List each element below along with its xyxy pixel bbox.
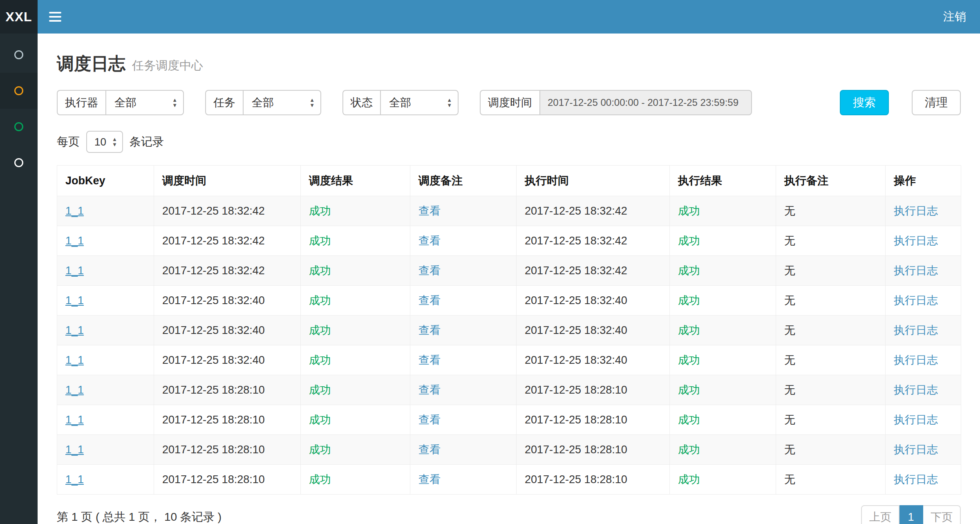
handle-result: 成功 — [678, 354, 700, 366]
exec-log-link[interactable]: 执行日志 — [894, 354, 938, 366]
job-select[interactable]: 全部 — [243, 90, 321, 115]
handle-msg: 无 — [784, 264, 795, 277]
table-row: 1_12017-12-25 18:32:40成功查看2017-12-25 18:… — [57, 345, 961, 375]
trigger-time: 2017-12-25 18:28:10 — [162, 384, 265, 396]
trigger-time: 2017-12-25 18:32:42 — [162, 205, 265, 217]
trigger-result: 成功 — [309, 354, 331, 366]
search-button[interactable]: 搜索 — [840, 90, 889, 115]
handle-msg: 无 — [784, 384, 795, 396]
handle-msg: 无 — [784, 443, 795, 456]
handle-result: 成功 — [678, 384, 700, 396]
trigger-msg-link[interactable]: 查看 — [418, 443, 441, 456]
prev-page-button[interactable]: 上页 — [861, 505, 899, 524]
trigger-time: 2017-12-25 18:28:10 — [162, 414, 265, 426]
trigger-msg-link[interactable]: 查看 — [418, 205, 441, 217]
exec-log-link[interactable]: 执行日志 — [894, 324, 938, 336]
next-page-button[interactable]: 下页 — [923, 505, 961, 524]
circle-icon — [14, 122, 23, 131]
column-header: 操作 — [886, 166, 961, 196]
handle-result: 成功 — [678, 473, 700, 486]
trigger-msg-link[interactable]: 查看 — [418, 264, 441, 277]
status-select[interactable]: 全部 — [380, 90, 459, 115]
exec-log-link[interactable]: 执行日志 — [894, 473, 938, 486]
trigger-time: 2017-12-25 18:32:40 — [162, 294, 265, 307]
trigger-time: 2017-12-25 18:28:10 — [162, 473, 265, 486]
trigger-msg-link[interactable]: 查看 — [418, 354, 441, 366]
handle-time: 2017-12-25 18:32:40 — [525, 294, 627, 307]
app-logo[interactable]: XXL — [0, 0, 38, 34]
jobkey-link[interactable]: 1_1 — [65, 235, 84, 247]
jobkey-link[interactable]: 1_1 — [65, 384, 84, 396]
filter-executor-group: 执行器 全部 — [57, 90, 184, 115]
trigger-msg-link[interactable]: 查看 — [418, 294, 441, 307]
trigger-msg-link[interactable]: 查看 — [418, 473, 441, 486]
jobkey-link[interactable]: 1_1 — [65, 473, 84, 486]
jobkey-link[interactable]: 1_1 — [65, 294, 84, 307]
exec-log-link[interactable]: 执行日志 — [894, 264, 938, 277]
column-header: 调度结果 — [301, 166, 410, 196]
table-footer: 第 1 页 ( 总共 1 页， 10 条记录 ) 上页 1 下页 — [57, 505, 961, 524]
clear-button[interactable]: 清理 — [912, 90, 961, 115]
jobkey-link[interactable]: 1_1 — [65, 354, 84, 366]
handle-msg: 无 — [784, 205, 795, 217]
circle-icon — [14, 86, 23, 95]
jobkey-link[interactable]: 1_1 — [65, 264, 84, 277]
table-row: 1_12017-12-25 18:32:40成功查看2017-12-25 18:… — [57, 316, 961, 345]
handle-result: 成功 — [678, 294, 700, 307]
trigger-result: 成功 — [309, 473, 331, 486]
trigger-msg-link[interactable]: 查看 — [418, 235, 441, 247]
hamburger-icon — [49, 12, 61, 22]
handle-result: 成功 — [678, 443, 700, 456]
pagination: 上页 1 下页 — [861, 505, 961, 524]
filter-job-label: 任务 — [205, 90, 243, 115]
exec-log-link[interactable]: 执行日志 — [894, 294, 938, 307]
sidebar-item-4[interactable] — [0, 145, 38, 181]
trigger-msg-link[interactable]: 查看 — [418, 384, 441, 396]
column-header: JobKey — [57, 166, 154, 196]
handle-msg: 无 — [784, 324, 795, 336]
logout-link[interactable]: 注销 — [929, 0, 980, 34]
trigger-msg-link[interactable]: 查看 — [418, 414, 441, 426]
trigger-time: 2017-12-25 18:32:40 — [162, 354, 265, 366]
page-size-suffix: 条记录 — [130, 134, 164, 150]
trigger-result: 成功 — [309, 294, 331, 307]
schedule-time-range-input[interactable]: 2017-12-25 00:00:00 - 2017-12-25 23:59:5… — [539, 90, 752, 115]
table-header-row: JobKey调度时间调度结果调度备注执行时间执行结果执行备注操作 — [57, 166, 961, 196]
filter-status-label: 状态 — [342, 90, 380, 115]
exec-log-link[interactable]: 执行日志 — [894, 414, 938, 426]
page-header: 调度日志任务调度中心 — [57, 52, 961, 75]
current-page-button[interactable]: 1 — [899, 505, 923, 524]
exec-log-link[interactable]: 执行日志 — [894, 235, 938, 247]
executor-select[interactable]: 全部 — [105, 90, 184, 115]
jobkey-link[interactable]: 1_1 — [65, 324, 84, 336]
page-size-select[interactable]: 10 — [86, 131, 123, 153]
trigger-result: 成功 — [309, 235, 331, 247]
table-row: 1_12017-12-25 18:28:10成功查看2017-12-25 18:… — [57, 465, 961, 495]
trigger-msg-link[interactable]: 查看 — [418, 324, 441, 336]
circle-icon — [14, 158, 23, 167]
table-row: 1_12017-12-25 18:32:42成功查看2017-12-25 18:… — [57, 226, 961, 256]
page-title: 调度日志 — [57, 54, 125, 73]
exec-log-link[interactable]: 执行日志 — [894, 443, 938, 456]
handle-result: 成功 — [678, 235, 700, 247]
job-select-value: 全部 — [252, 95, 274, 110]
trigger-time: 2017-12-25 18:32:42 — [162, 264, 265, 277]
circle-icon — [14, 50, 23, 59]
trigger-result: 成功 — [309, 384, 331, 396]
jobkey-link[interactable]: 1_1 — [65, 205, 84, 217]
log-table-body: 1_12017-12-25 18:32:42成功查看2017-12-25 18:… — [57, 196, 961, 495]
handle-time: 2017-12-25 18:28:10 — [525, 473, 627, 486]
table-row: 1_12017-12-25 18:28:10成功查看2017-12-25 18:… — [57, 405, 961, 435]
select-arrows-icon — [309, 97, 315, 108]
jobkey-link[interactable]: 1_1 — [65, 443, 84, 456]
sidebar-toggle-button[interactable] — [38, 0, 73, 34]
filter-job-group: 任务 全部 — [205, 90, 321, 115]
jobkey-link[interactable]: 1_1 — [65, 414, 84, 426]
sidebar-item-3[interactable] — [0, 109, 38, 145]
sidebar-item-2[interactable] — [0, 73, 38, 109]
exec-log-link[interactable]: 执行日志 — [894, 205, 938, 217]
trigger-time: 2017-12-25 18:32:40 — [162, 324, 265, 336]
trigger-time: 2017-12-25 18:28:10 — [162, 443, 265, 456]
exec-log-link[interactable]: 执行日志 — [894, 384, 938, 396]
sidebar-item-1[interactable] — [0, 37, 38, 73]
